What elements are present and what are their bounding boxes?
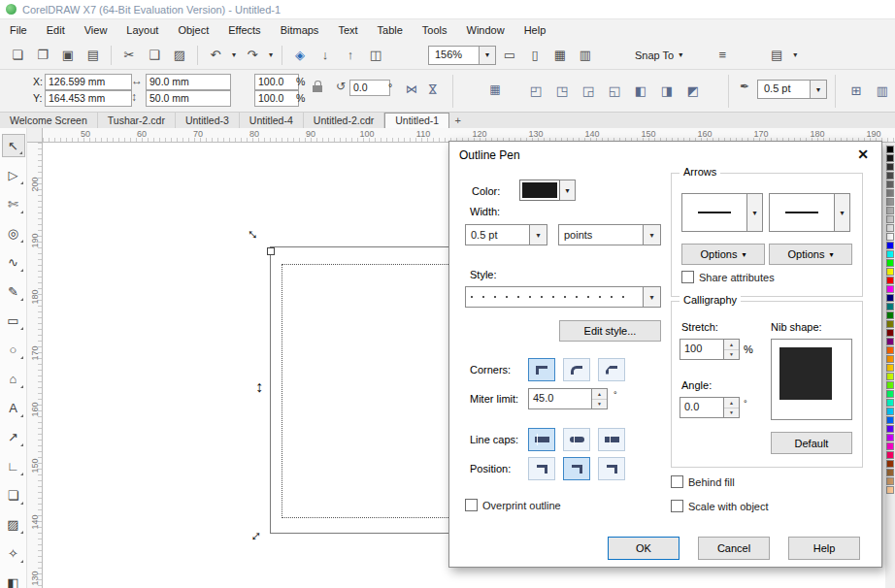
outline-color-picker[interactable]: ▾ bbox=[519, 180, 576, 201]
position-centered-button[interactable] bbox=[563, 457, 590, 480]
scale-x-field[interactable]: 100.0 bbox=[254, 74, 299, 90]
position-outside-button[interactable] bbox=[528, 457, 555, 480]
redo-button[interactable]: ↷ bbox=[241, 44, 264, 67]
y-position-field[interactable]: 164.453 mm bbox=[45, 90, 132, 107]
vertical-ruler[interactable]: 200190180170160150140130 bbox=[27, 143, 43, 588]
palette-color-swatch[interactable] bbox=[886, 434, 894, 441]
corner-miter-button[interactable] bbox=[528, 358, 555, 381]
zoom-tool[interactable]: ◎ bbox=[2, 221, 25, 245]
palette-color-swatch[interactable] bbox=[886, 469, 894, 476]
rotation-angle-field[interactable]: 0.0 bbox=[349, 80, 390, 96]
mirror-horizontal-button[interactable]: ⋈ bbox=[402, 80, 421, 99]
show-grid-button[interactable]: ▦ bbox=[548, 44, 572, 67]
outline-width-dropdown-arrow[interactable]: ▾ bbox=[810, 80, 827, 99]
palette-color-swatch[interactable] bbox=[886, 311, 894, 319]
checkbox-box[interactable] bbox=[465, 499, 478, 511]
palette-color-swatch[interactable] bbox=[886, 215, 894, 223]
palette-color-swatch[interactable] bbox=[886, 460, 894, 468]
palette-color-swatch[interactable] bbox=[886, 451, 894, 459]
cut-button[interactable]: ✂ bbox=[117, 44, 141, 67]
redo-dropdown-arrow[interactable]: ▾ bbox=[266, 44, 276, 67]
palette-color-swatch[interactable] bbox=[886, 416, 894, 424]
application-launcher-button[interactable]: ▤ bbox=[765, 44, 788, 67]
width-dropdown-arrow[interactable]: ▾ bbox=[529, 224, 547, 245]
palette-color-swatch[interactable] bbox=[886, 224, 894, 232]
palette-color-swatch[interactable] bbox=[886, 233, 894, 241]
palette-color-swatch[interactable] bbox=[886, 189, 894, 197]
menu-text[interactable]: Text bbox=[328, 19, 367, 41]
drop-shadow-tool[interactable]: ❏ bbox=[2, 483, 25, 506]
connector-tool[interactable]: ∟ bbox=[2, 454, 25, 477]
export-button[interactable]: ↑ bbox=[339, 44, 362, 67]
palette-color-swatch[interactable] bbox=[886, 207, 894, 214]
dialog-close-button[interactable]: ✕ bbox=[857, 147, 869, 162]
rectangle-tool[interactable]: ▭ bbox=[2, 309, 25, 332]
menu-table[interactable]: Table bbox=[368, 19, 413, 41]
scale-with-object-checkbox[interactable]: Scale with object bbox=[671, 500, 769, 512]
line-cap-round-button[interactable] bbox=[563, 428, 590, 451]
snap-to-dropdown[interactable]: Snap To ▾ bbox=[628, 46, 689, 65]
object-height-field[interactable]: 50.0 mm bbox=[146, 90, 231, 107]
width-units-combo[interactable]: points ▾ bbox=[558, 224, 661, 245]
palette-color-swatch[interactable] bbox=[886, 477, 894, 485]
corner-round-button[interactable] bbox=[563, 358, 590, 381]
palette-color-swatch[interactable] bbox=[886, 268, 894, 276]
pick-tool[interactable]: ↖ bbox=[2, 134, 25, 157]
show-guidelines-button[interactable]: ▥ bbox=[574, 44, 597, 67]
menu-bitmaps[interactable]: Bitmaps bbox=[271, 19, 329, 41]
end-arrow-options-button[interactable]: Options ▾ bbox=[769, 244, 852, 265]
palette-color-swatch[interactable] bbox=[886, 364, 894, 372]
checkbox-box[interactable] bbox=[681, 271, 694, 283]
menu-edit[interactable]: Edit bbox=[37, 19, 75, 41]
show-rulers-button[interactable]: ▯ bbox=[523, 44, 547, 67]
corner-bevel-button[interactable] bbox=[598, 358, 625, 381]
palette-color-swatch[interactable] bbox=[886, 294, 894, 302]
palette-color-swatch[interactable] bbox=[886, 303, 894, 310]
tab-untitled-1[interactable]: Untitled-1 bbox=[384, 113, 449, 129]
stretch-spinner[interactable]: 100 ▲ ▼ bbox=[680, 339, 740, 360]
palette-color-swatch[interactable] bbox=[886, 163, 894, 171]
units-dropdown-arrow[interactable]: ▾ bbox=[643, 224, 661, 245]
transparency-tool[interactable]: ▨ bbox=[2, 512, 25, 536]
lock-ratio-button[interactable] bbox=[313, 85, 322, 92]
palette-color-swatch[interactable] bbox=[886, 355, 894, 363]
menu-window[interactable]: Window bbox=[457, 19, 514, 41]
crop-tool[interactable]: ✄ bbox=[2, 192, 25, 215]
palette-color-swatch[interactable] bbox=[886, 146, 894, 153]
zoom-dropdown-arrow[interactable]: ▾ bbox=[479, 46, 496, 65]
ellipse-tool[interactable]: ○ bbox=[2, 338, 25, 361]
checkbox-box[interactable] bbox=[671, 500, 683, 512]
undo-button[interactable]: ↶ bbox=[204, 44, 227, 67]
checkbox-box[interactable] bbox=[671, 475, 683, 488]
polygon-tool[interactable]: ⌂ bbox=[2, 367, 25, 390]
import-button[interactable]: ↓ bbox=[314, 44, 337, 67]
position-inside-button[interactable] bbox=[598, 457, 625, 480]
palette-color-swatch[interactable] bbox=[886, 277, 894, 284]
palette-color-swatch[interactable] bbox=[886, 198, 894, 206]
full-screen-preview-button[interactable]: ▭ bbox=[498, 44, 521, 67]
line-cap-square-button[interactable] bbox=[598, 428, 625, 451]
overprint-outline-checkbox[interactable]: Overprint outline bbox=[465, 499, 561, 511]
tab-tushar-2[interactable]: Tushar-2.cdr bbox=[98, 113, 176, 129]
property-option-button[interactable]: ◧ bbox=[629, 80, 652, 101]
palette-color-swatch[interactable] bbox=[886, 180, 894, 188]
outline-width-combo[interactable]: 0.5 pt ▾ bbox=[465, 224, 547, 245]
menu-object[interactable]: Object bbox=[168, 19, 218, 41]
default-button[interactable]: Default bbox=[771, 432, 852, 454]
spin-down-button[interactable]: ▼ bbox=[724, 350, 739, 360]
outline-width-combo[interactable]: 0.5 pt ▾ bbox=[757, 80, 827, 99]
palette-color-swatch[interactable] bbox=[886, 250, 894, 258]
menu-effects[interactable]: Effects bbox=[218, 19, 270, 41]
palette-color-swatch[interactable] bbox=[886, 259, 894, 267]
palette-color-swatch[interactable] bbox=[886, 390, 894, 398]
nib-sh ape-preview[interactable] bbox=[771, 339, 852, 420]
menu-tools[interactable]: Tools bbox=[413, 19, 457, 41]
palette-color-swatch[interactable] bbox=[886, 320, 894, 328]
menu-file[interactable]: File bbox=[0, 19, 37, 41]
freehand-tool[interactable]: ∿ bbox=[2, 250, 25, 274]
options-button[interactable]: ≡ bbox=[711, 44, 734, 67]
tab-untitled-2[interactable]: Untitled-2.cdr bbox=[304, 113, 384, 129]
property-option-button[interactable]: ◩ bbox=[681, 80, 705, 101]
miter-limit-spinner[interactable]: 45.0 ▲ ▼ bbox=[528, 388, 608, 409]
open-button[interactable]: ❐ bbox=[31, 44, 54, 67]
